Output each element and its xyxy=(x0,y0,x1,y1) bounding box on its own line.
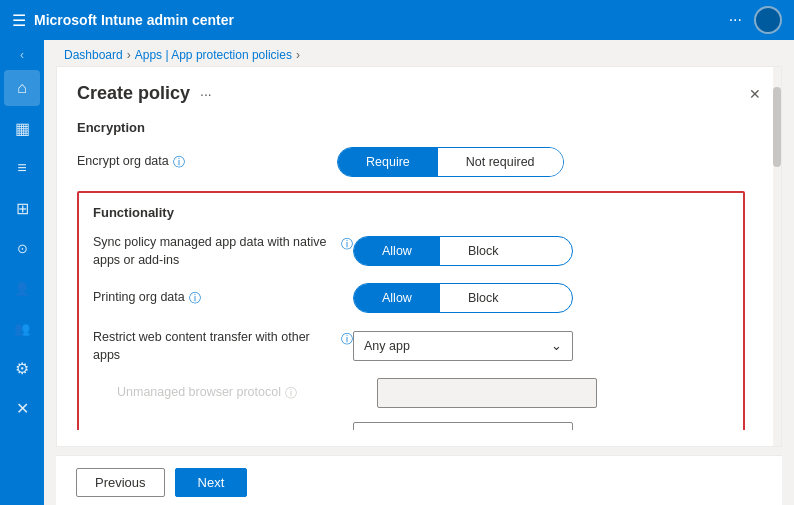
encrypt-org-data-label: Encrypt org data ⓘ xyxy=(77,154,337,171)
sidebar: ‹ ⌂ ▦ ≡ ⊞ ⊙ 👤 👥 ⚙ ✕ xyxy=(0,40,44,505)
encrypt-not-required-option[interactable]: Not required xyxy=(438,148,563,176)
sidebar-item-home[interactable]: ⌂ xyxy=(4,70,40,106)
org-data-notifications-info-icon[interactable]: ⓘ xyxy=(215,429,227,431)
sidebar-item-devices[interactable]: ⊙ xyxy=(4,230,40,266)
breadcrumb-sep-2: › xyxy=(296,48,300,62)
sidebar-item-users[interactable]: 👤 xyxy=(4,270,40,306)
previous-button[interactable]: Previous xyxy=(76,468,165,497)
encrypt-org-data-control: Require Not required xyxy=(337,147,745,177)
encrypt-org-data-toggle[interactable]: Require Not required xyxy=(337,147,564,177)
sync-policy-control: Allow Block xyxy=(353,236,729,266)
breadcrumb: Dashboard › Apps | App protection polici… xyxy=(44,40,794,66)
sync-policy-info-icon[interactable]: ⓘ xyxy=(341,236,353,253)
top-bar: ☰ Microsoft Intune admin center ··· xyxy=(0,0,794,40)
sync-policy-toggle[interactable]: Allow Block xyxy=(353,236,573,266)
main-layout: ‹ ⌂ ▦ ≡ ⊞ ⊙ 👤 👥 ⚙ ✕ Dashboard › Apps | A… xyxy=(0,40,794,505)
org-data-notifications-control: Allow ⌄ xyxy=(353,422,729,430)
printing-block-option[interactable]: Block xyxy=(440,284,527,312)
encrypt-org-data-info-icon[interactable]: ⓘ xyxy=(173,154,185,171)
sync-allow-option[interactable]: Allow xyxy=(354,237,440,265)
printing-toggle[interactable]: Allow Block xyxy=(353,283,573,313)
printing-allow-option[interactable]: Allow xyxy=(354,284,440,312)
breadcrumb-apps[interactable]: Apps | App protection policies xyxy=(135,48,292,62)
sidebar-item-settings[interactable]: ⚙ xyxy=(4,350,40,386)
scrollbar-track xyxy=(773,67,781,446)
top-bar-icons: ··· xyxy=(729,6,782,34)
sidebar-item-apps[interactable]: ⊞ xyxy=(4,190,40,226)
panel-close-button[interactable]: ✕ xyxy=(749,86,761,102)
sidebar-collapse-icon[interactable]: ‹ xyxy=(20,48,24,62)
functionality-section-title: Functionality xyxy=(93,205,729,220)
printing-org-data-control: Allow Block xyxy=(353,283,729,313)
encrypt-require-option[interactable]: Require xyxy=(338,148,438,176)
printing-org-data-info-icon[interactable]: ⓘ xyxy=(189,290,201,307)
encryption-section-title: Encryption xyxy=(77,120,745,135)
org-data-notifications-dropdown[interactable]: Allow ⌄ xyxy=(353,422,573,430)
sidebar-item-dashboard[interactable]: ▦ xyxy=(4,110,40,146)
next-button[interactable]: Next xyxy=(175,468,248,497)
sync-block-option[interactable]: Block xyxy=(440,237,527,265)
printing-org-data-row: Printing org data ⓘ Allow Block xyxy=(93,283,729,313)
printing-org-data-label: Printing org data ⓘ xyxy=(93,290,353,307)
sync-policy-row: Sync policy managed app data with native… xyxy=(93,232,729,269)
restrict-web-dropdown[interactable]: Any app ⌄ xyxy=(353,331,573,361)
restrict-web-row: Restrict web content transfer with other… xyxy=(93,327,729,364)
hamburger-icon[interactable]: ☰ xyxy=(12,11,26,30)
breadcrumb-sep-1: › xyxy=(127,48,131,62)
panel-header: Create policy ··· ✕ xyxy=(77,83,761,104)
avatar[interactable] xyxy=(754,6,782,34)
unmanaged-browser-info-icon[interactable]: ⓘ xyxy=(285,385,297,402)
restrict-web-info-icon[interactable]: ⓘ xyxy=(341,331,353,348)
form-content: Encryption Encrypt org data ⓘ Require No… xyxy=(77,120,761,430)
sync-policy-label: Sync policy managed app data with native… xyxy=(93,232,353,269)
unmanaged-browser-row: Unmanaged browser protocol ⓘ xyxy=(93,378,729,408)
restrict-web-chevron-icon: ⌄ xyxy=(551,338,562,353)
org-data-notifications-row: Org data notifications ⓘ Allow ⌄ xyxy=(93,422,729,430)
sidebar-item-menu[interactable]: ≡ xyxy=(4,150,40,186)
functionality-section-box: Functionality Sync policy managed app da… xyxy=(77,191,745,430)
restrict-web-label: Restrict web content transfer with other… xyxy=(93,327,353,364)
restrict-web-control: Any app ⌄ xyxy=(353,331,729,361)
panel-footer: Previous Next xyxy=(56,455,782,505)
panel: Create policy ··· ✕ Encryption Encrypt o… xyxy=(56,66,782,447)
unmanaged-browser-control xyxy=(377,378,729,408)
content-area: Dashboard › Apps | App protection polici… xyxy=(44,40,794,505)
unmanaged-browser-input[interactable] xyxy=(377,378,597,408)
panel-title: Create policy xyxy=(77,83,190,104)
org-data-notifications-chevron-icon: ⌄ xyxy=(551,430,562,431)
sidebar-item-close[interactable]: ✕ xyxy=(4,390,40,426)
breadcrumb-dashboard[interactable]: Dashboard xyxy=(64,48,123,62)
sidebar-item-groups[interactable]: 👥 xyxy=(4,310,40,346)
org-data-notifications-label: Org data notifications ⓘ xyxy=(93,429,353,431)
encrypt-org-data-row: Encrypt org data ⓘ Require Not required xyxy=(77,147,745,177)
app-title: Microsoft Intune admin center xyxy=(34,12,234,28)
panel-ellipsis-btn[interactable]: ··· xyxy=(200,86,212,102)
unmanaged-browser-label: Unmanaged browser protocol ⓘ xyxy=(117,385,377,402)
scrollbar-thumb[interactable] xyxy=(773,87,781,167)
ellipsis-icon[interactable]: ··· xyxy=(729,11,742,29)
